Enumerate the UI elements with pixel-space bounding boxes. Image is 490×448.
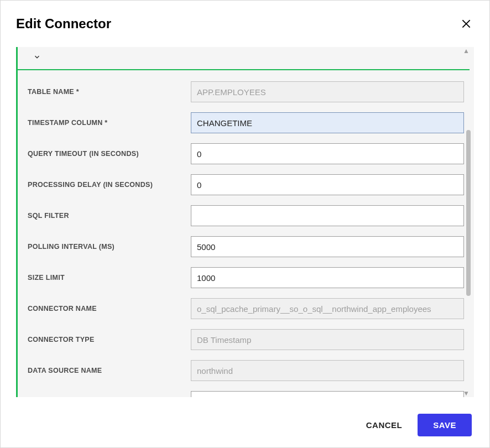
row-table-name: TABLE NAME *: [28, 81, 464, 102]
label-connector-name: CONNECTOR NAME: [28, 305, 191, 312]
row-data-source-name: DATA SOURCE NAME: [28, 360, 464, 381]
sql-filter-input[interactable]: [191, 205, 464, 226]
form-fields: TABLE NAME * TIMESTAMP COLUMN * QUERY TI…: [18, 70, 470, 397]
form-panel: TABLE NAME * TIMESTAMP COLUMN * QUERY TI…: [16, 47, 474, 397]
scroll-up-arrow-icon[interactable]: ▲: [463, 47, 470, 55]
max-retries-input[interactable]: [191, 391, 464, 397]
panel-collapse-header[interactable]: [18, 47, 470, 70]
dialog-footer: CANCEL SAVE: [16, 397, 474, 436]
row-connector-name: CONNECTOR NAME: [28, 298, 464, 319]
row-sql-filter: SQL FILTER: [28, 205, 464, 226]
table-name-input: [191, 81, 464, 102]
row-timestamp-column: TIMESTAMP COLUMN *: [28, 112, 464, 133]
connector-type-input: [191, 329, 464, 350]
processing-delay-input[interactable]: [191, 174, 464, 195]
scroll-down-arrow-icon[interactable]: ▼: [463, 389, 470, 397]
timestamp-column-input[interactable]: [191, 112, 464, 133]
label-size-limit: SIZE LIMIT: [28, 274, 191, 282]
query-timeout-input[interactable]: [191, 143, 464, 164]
edit-connector-dialog: Edit Connector ▲ TABLE NAME *: [1, 1, 489, 447]
size-limit-input[interactable]: [191, 267, 464, 288]
save-button[interactable]: SAVE: [418, 414, 472, 436]
label-query-timeout: QUERY TIMEOUT (IN SECONDS): [28, 150, 191, 158]
label-timestamp-column: TIMESTAMP COLUMN *: [28, 119, 191, 127]
scrollbar-thumb[interactable]: [466, 130, 471, 296]
cancel-button[interactable]: CANCEL: [366, 420, 403, 430]
label-processing-delay: PROCESSING DELAY (IN SECONDS): [28, 181, 191, 189]
close-button[interactable]: [458, 16, 474, 32]
polling-interval-input[interactable]: [191, 236, 464, 257]
form-scroll-area: ▲ TABLE NAME * TIMESTAMP COLUMN *: [16, 47, 474, 397]
label-data-source-name: DATA SOURCE NAME: [28, 367, 191, 374]
label-table-name: TABLE NAME *: [28, 88, 191, 96]
label-connector-type: CONNECTOR TYPE: [28, 336, 191, 343]
dialog-header: Edit Connector: [16, 16, 474, 32]
row-query-timeout: QUERY TIMEOUT (IN SECONDS): [28, 143, 464, 164]
label-sql-filter: SQL FILTER: [28, 212, 191, 220]
row-processing-delay: PROCESSING DELAY (IN SECONDS): [28, 174, 464, 195]
row-connector-type: CONNECTOR TYPE: [28, 329, 464, 350]
row-polling-interval: POLLING INTERVAL (MS): [28, 236, 464, 257]
chevron-down-icon: [33, 53, 41, 63]
data-source-name-input: [191, 360, 464, 381]
row-max-retries: MAX RETRIES ON ERROR: [28, 391, 464, 397]
label-polling-interval: POLLING INTERVAL (MS): [28, 243, 191, 251]
dialog-title: Edit Connector: [16, 16, 111, 32]
row-size-limit: SIZE LIMIT: [28, 267, 464, 288]
connector-name-input: [191, 298, 464, 319]
